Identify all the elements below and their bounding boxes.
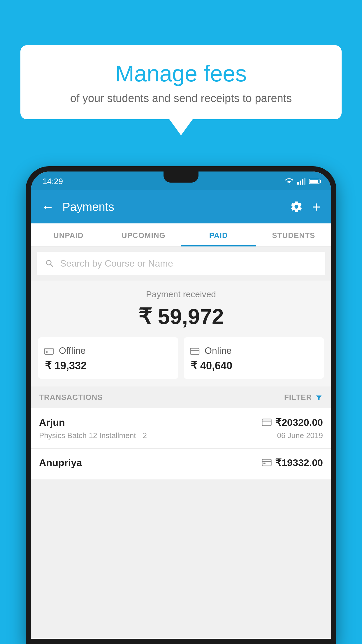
online-label: Online (205, 345, 232, 356)
payment-received-label: Payment received (37, 289, 325, 299)
content-area: Search by Course or Name Payment receive… (31, 246, 331, 639)
bubble-arrow (169, 119, 193, 135)
tab-students[interactable]: STUDENTS (256, 223, 331, 246)
online-card: Online ₹ 40,640 (184, 337, 324, 379)
offline-card-header: Offline (44, 345, 173, 356)
svg-rect-4 (45, 348, 53, 354)
speech-bubble-card: Manage fees of your students and send re… (20, 45, 342, 119)
bubble-subtitle: of your students and send receipts to pa… (38, 92, 324, 105)
search-icon (45, 259, 55, 269)
transaction-row1: Anupriya ₹19332.00 (39, 457, 323, 468)
add-button[interactable]: + (312, 198, 321, 215)
payment-summary: Payment received ₹ 59,972 Offline (31, 281, 331, 386)
transaction-amount-arjun: ₹20320.00 (275, 416, 323, 428)
transaction-amount-wrapper: ₹20320.00 (262, 416, 323, 428)
payment-cards: Offline ₹ 19,332 Online ₹ (38, 337, 324, 379)
online-card-header: Online (189, 345, 318, 356)
offline-label: Offline (59, 345, 86, 356)
svg-rect-2 (302, 179, 303, 185)
transaction-row1: Arjun ₹20320.00 (39, 416, 323, 428)
transaction-item: Arjun ₹20320.00 Physics Batch 12 Install… (31, 408, 331, 449)
svg-rect-9 (262, 419, 271, 426)
battery-icon (309, 179, 319, 184)
svg-rect-3 (304, 178, 305, 185)
offline-card: Offline ₹ 19,332 (38, 337, 178, 379)
search-bar[interactable]: Search by Course or Name (37, 252, 325, 275)
transaction-amount-anupriya: ₹19332.00 (275, 457, 323, 468)
online-icon (189, 346, 200, 356)
transaction-amount-wrapper-2: ₹19332.00 (262, 457, 323, 468)
offline-icon (44, 346, 54, 356)
search-placeholder: Search by Course or Name (60, 258, 173, 269)
back-button[interactable]: ← (41, 200, 54, 214)
offline-payment-icon (262, 459, 272, 466)
status-icons (284, 178, 319, 185)
speech-bubble-section: Manage fees of your students and send re… (20, 45, 342, 135)
svg-rect-0 (297, 182, 299, 185)
signal-icon (297, 178, 305, 185)
tab-upcoming[interactable]: UPCOMING (106, 223, 181, 246)
transaction-desc-arjun: Physics Batch 12 Installment - 2 (39, 431, 147, 440)
transactions-header: TRANSACTIONS FILTER (31, 386, 331, 408)
settings-icon[interactable] (290, 200, 303, 213)
svg-rect-1 (300, 181, 301, 185)
svg-rect-7 (190, 348, 199, 354)
online-amount: ₹ 40,640 (189, 360, 318, 372)
filter-button[interactable]: FILTER (284, 393, 323, 402)
header-title: Payments (62, 200, 290, 214)
transaction-row2: Physics Batch 12 Installment - 2 06 June… (39, 431, 323, 440)
status-time: 14:29 (43, 177, 63, 186)
phone-frame: 14:29 ← Payments (26, 166, 336, 644)
online-payment-icon (262, 419, 272, 426)
svg-rect-13 (263, 463, 266, 464)
svg-rect-6 (46, 351, 48, 353)
transaction-date-arjun: 06 June 2019 (277, 431, 323, 440)
wifi-icon (284, 178, 294, 185)
offline-amount: ₹ 19,332 (44, 360, 173, 372)
tab-paid[interactable]: PAID (181, 223, 256, 246)
transaction-name-arjun: Arjun (39, 417, 65, 428)
transactions-label: TRANSACTIONS (39, 393, 103, 402)
payment-total: ₹ 59,972 (37, 304, 325, 329)
tabs-bar: UNPAID UPCOMING PAID STUDENTS (31, 223, 331, 246)
filter-icon (315, 393, 323, 402)
tab-unpaid[interactable]: UNPAID (31, 223, 106, 246)
app-header: ← Payments + (31, 190, 331, 223)
bubble-title: Manage fees (38, 61, 324, 86)
transaction-item: Anupriya ₹19332.00 (31, 449, 331, 480)
svg-rect-11 (262, 459, 271, 466)
header-icons: + (290, 198, 321, 215)
phone-notch (164, 172, 198, 183)
filter-label: FILTER (284, 393, 312, 402)
phone-screen: 14:29 ← Payments (31, 172, 331, 639)
transaction-name-anupriya: Anupriya (39, 457, 82, 468)
